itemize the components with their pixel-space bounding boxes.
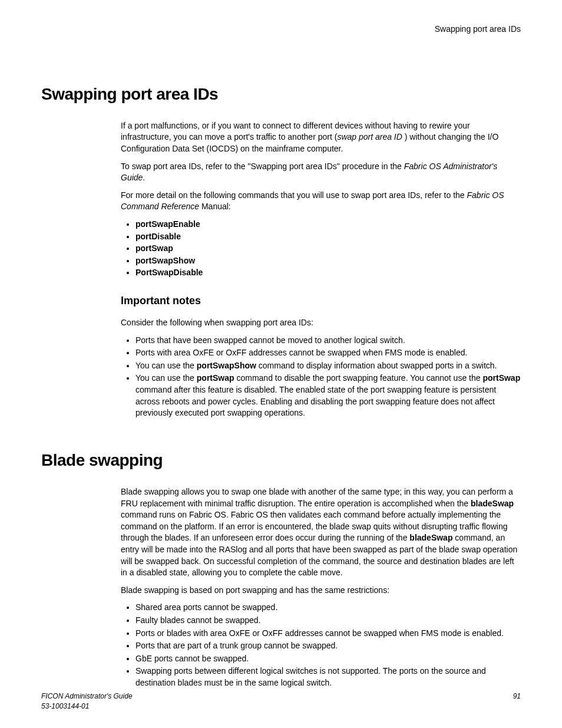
cmd-portdisable: portDisable: [135, 232, 181, 241]
cmd-bladeswap: bladeSwap: [409, 533, 452, 542]
list-item: You can use the portSwapShow command to …: [135, 360, 521, 372]
text: command to display information about swa…: [256, 361, 497, 370]
list-item: portDisable: [135, 231, 521, 243]
page-header-section: Swapping port area IDs: [41, 24, 521, 35]
page-number: 91: [513, 691, 521, 701]
para-refer-procedure: To swap port area IDs, refer to the "Swa…: [121, 161, 521, 184]
cmd-portswapenable: portSwapEnable: [135, 219, 200, 229]
command-list: portSwapEnable portDisable portSwap port…: [121, 219, 521, 279]
list-item: Ports that have been swapped cannot be m…: [135, 335, 521, 347]
list-item: Swapping ports between different logical…: [135, 666, 521, 689]
para-blade-intro: Blade swapping allows you to swap one bl…: [121, 486, 521, 579]
list-item: Shared area ports cannot be swapped.: [135, 602, 521, 614]
list-item: You can use the portSwap command to disa…: [135, 373, 521, 419]
text: .: [143, 173, 145, 182]
document-page: Swapping port area IDs Swapping port are…: [0, 0, 562, 728]
restrictions-list: Shared area ports cannot be swapped. Fau…: [121, 602, 521, 689]
list-item: Ports that are part of a trunk group can…: [135, 640, 521, 652]
text: You can use the: [135, 361, 197, 370]
term-swap-port-area-id: swap port area ID: [337, 132, 402, 141]
notes-list: Ports that have been swapped cannot be m…: [121, 335, 521, 419]
heading-important-notes: Important notes: [121, 294, 521, 308]
text: command to disable the port swapping fea…: [234, 373, 483, 383]
footer-doc-number: 53-1003144-01: [41, 702, 89, 710]
text: Manual:: [199, 202, 231, 211]
list-item: Faulty blades cannot be swapped.: [135, 615, 521, 627]
page-footer: 91 FICON Administrator's Guide 53-100314…: [41, 691, 521, 711]
list-item: portSwapEnable: [135, 219, 521, 230]
cmd-bladeswap: bladeSwap: [471, 499, 514, 508]
heading-swapping-port-area-ids: Swapping port area IDs: [41, 83, 521, 106]
section-content: Blade swapping allows you to swap one bl…: [121, 486, 521, 689]
cmd-portswapdisable: PortSwapDisable: [135, 268, 203, 277]
text: You can use the: [135, 373, 197, 383]
list-item: portSwapShow: [135, 255, 521, 267]
cmd-portswap: portSwap: [135, 243, 173, 253]
text: command after this feature is disabled. …: [135, 385, 496, 417]
cmd-portswapshow: portSwapShow: [197, 361, 256, 370]
section-content: If a port malfunctions, or if you want t…: [121, 120, 521, 419]
para-restrictions-intro: Blade swapping is based on port swapping…: [121, 585, 521, 597]
list-item: PortSwapDisable: [135, 267, 521, 279]
cmd-portswapshow: portSwapShow: [135, 256, 195, 265]
footer-title: FICON Administrator's Guide: [41, 692, 133, 700]
cmd-portswap: portSwap: [197, 373, 234, 383]
para-refer-commands: For more detail on the following command…: [121, 190, 521, 213]
list-item: GbE ports cannot be swapped.: [135, 653, 521, 665]
list-item: Ports with area OxFE or OxFF addresses c…: [135, 347, 521, 359]
list-item: portSwap: [135, 243, 521, 255]
text: Blade swapping allows you to swap one bl…: [121, 487, 513, 508]
heading-blade-swapping: Blade swapping: [41, 449, 521, 472]
para-intro: If a port malfunctions, or if you want t…: [121, 120, 521, 155]
cmd-portswap: portSwap: [482, 373, 520, 383]
para-consider: Consider the following when swapping por…: [121, 317, 521, 329]
list-item: Ports or blades with area OxFE or OxFF a…: [135, 628, 521, 640]
text: For more detail on the following command…: [121, 190, 467, 200]
text: To swap port area IDs, refer to the "Swa…: [121, 162, 404, 171]
